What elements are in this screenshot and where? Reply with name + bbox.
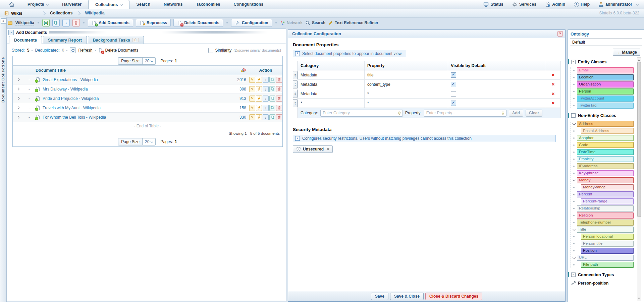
close-and-discard-button[interactable]: Close & Discard Changes: [425, 293, 482, 300]
delete-documents-link[interactable]: Delete Documents: [105, 48, 139, 53]
expand-panel-button[interactable]: »: [1, 18, 6, 24]
ontology-class-pill[interactable]: Ethnicity: [577, 156, 634, 162]
row-expander[interactable]: [13, 116, 23, 118]
ontology-class-pill[interactable]: Relationship: [577, 205, 634, 212]
drag-handle[interactable]: ▲▼: [293, 80, 298, 88]
refresh-link[interactable]: Refresh: [78, 48, 92, 53]
nav-item[interactable]: Search: [129, 0, 157, 9]
copy-icon[interactable]: [52, 19, 60, 26]
scrollbar-thumb[interactable]: [637, 62, 641, 217]
text-reference-refiner-link[interactable]: Text Reference Refiner: [328, 20, 378, 25]
nav-item[interactable]: Harvester: [55, 0, 88, 9]
ontology-class-pill[interactable]: Key-phrase: [577, 170, 634, 176]
page-size-control[interactable]: Page Size 20: [118, 57, 156, 65]
breadcrumb-root[interactable]: Wikis: [4, 11, 38, 16]
ontology-class-pill[interactable]: Organisation: [577, 81, 634, 87]
page-size-select[interactable]: 20: [143, 138, 155, 145]
collapse-chevron-icon[interactable]: »: [8, 30, 14, 35]
suggest-bulb-icon[interactable]: [397, 111, 401, 115]
ontology-class-pill[interactable]: TwitterAccount: [577, 96, 634, 102]
nav-item[interactable]: Configurations: [227, 0, 270, 9]
save-and-close-button[interactable]: Save & Close: [390, 293, 424, 300]
reprocess-icon[interactable]: [256, 77, 262, 83]
add-documents-collapse-bar[interactable]: » Add Documents: [8, 29, 284, 35]
ontology-class-pill[interactable]: Percent-range: [581, 198, 634, 204]
ontology-class-pill[interactable]: Address: [577, 121, 634, 127]
collection-name[interactable]: Wikipedia: [15, 20, 34, 25]
delete-icon[interactable]: [276, 114, 282, 120]
scroll-down-icon[interactable]: [637, 297, 640, 300]
add-button[interactable]: Add: [509, 110, 523, 117]
document-title-link[interactable]: Travels with My Aunt - Wikipedia: [36, 105, 227, 110]
services-button[interactable]: Services: [512, 2, 536, 7]
chevron-down-icon[interactable]: [572, 227, 576, 231]
delete-icon[interactable]: [276, 105, 282, 111]
ontology-class-pill[interactable]: Location: [577, 74, 634, 80]
visible-checkbox[interactable]: [451, 91, 456, 97]
user-menu[interactable]: administrator: [598, 2, 639, 7]
ontology-class-pill[interactable]: Position: [581, 248, 634, 254]
similarity-label[interactable]: Similarity: [215, 48, 232, 53]
collapse-icon[interactable]: −: [571, 60, 576, 64]
ontology-class-pill[interactable]: Person-title: [581, 241, 634, 247]
admin-button[interactable]: Admin: [545, 2, 565, 7]
remove-row-icon[interactable]: ✕: [551, 82, 555, 87]
ontology-class-pill[interactable]: Person-locational: [581, 234, 634, 240]
panel-tab[interactable]: Background Tasks 0: [88, 36, 144, 44]
add-documents-button[interactable]: +Add Documents: [88, 19, 133, 27]
visible-checkbox[interactable]: [451, 82, 456, 87]
drag-handle[interactable]: ▲▼: [293, 99, 298, 107]
drag-handle[interactable]: ▲▼: [293, 71, 298, 79]
configuration-button[interactable]: Configuration: [231, 19, 272, 27]
search-link[interactable]: Search: [305, 20, 325, 25]
security-level-button[interactable]: Unsecured: [293, 145, 333, 153]
edit-icon[interactable]: ✎: [249, 86, 255, 92]
home-icon[interactable]: [9, 2, 15, 7]
ontology-class-pill[interactable]: File-path: [581, 262, 634, 268]
delete-icon[interactable]: [276, 77, 282, 83]
reprocess-icon[interactable]: [256, 96, 262, 102]
delete-icon[interactable]: [276, 96, 282, 102]
ontology-class-pill[interactable]: Anaphor: [577, 135, 634, 141]
visible-checkbox[interactable]: [451, 101, 456, 106]
row-expander[interactable]: [13, 88, 23, 90]
download-icon[interactable]: ↓: [263, 77, 269, 83]
page-size-select[interactable]: 20: [143, 58, 155, 64]
breadcrumb-collections[interactable]: Collections: [50, 11, 72, 15]
reprocess-button[interactable]: Reprocess: [136, 19, 171, 27]
delete-documents-button[interactable]: ✕Delete Documents: [173, 19, 223, 27]
chevron-down-icon[interactable]: [572, 178, 576, 181]
download-icon[interactable]: ↓: [62, 19, 70, 26]
copy-icon[interactable]: [269, 77, 275, 83]
document-title-link[interactable]: Great Expectations - Wikipedia: [36, 77, 227, 82]
row-expander[interactable]: [13, 107, 23, 109]
chevron-down-icon[interactable]: [572, 192, 576, 195]
panel-tab[interactable]: Documents: [9, 36, 42, 44]
property-input[interactable]: [424, 110, 506, 117]
nav-item[interactable]: Projects: [21, 0, 55, 9]
trash-icon[interactable]: [72, 19, 80, 26]
edit-icon[interactable]: ✎: [249, 77, 255, 83]
save-button[interactable]: Save: [371, 293, 388, 300]
document-title-link[interactable]: Mrs Dalloway - Wikipedia: [36, 86, 227, 92]
edit-icon[interactable]: ✎: [249, 114, 255, 120]
row-expander[interactable]: [13, 78, 23, 81]
category-input[interactable]: [320, 110, 403, 117]
remove-row-icon[interactable]: ✕: [551, 92, 555, 96]
document-collections-label[interactable]: Document Collections: [1, 25, 5, 103]
delete-icon[interactable]: [276, 86, 282, 92]
ontology-class-pill[interactable]: Percent: [577, 191, 634, 197]
download-icon[interactable]: ↓: [263, 114, 269, 120]
row-expander[interactable]: [13, 97, 23, 100]
nav-item[interactable]: Collections: [88, 0, 129, 9]
suggest-bulb-icon[interactable]: [501, 111, 505, 115]
ontology-class-pill[interactable]: TwitterTag: [577, 103, 634, 109]
ontology-scrollbar[interactable]: [637, 57, 641, 301]
collapse-icon[interactable]: −: [571, 113, 576, 118]
ontology-class-pill[interactable]: Postal-Address: [581, 128, 634, 134]
scroll-up-icon[interactable]: [637, 58, 640, 62]
ontology-class-pill[interactable]: Code: [577, 142, 634, 148]
copy-icon[interactable]: [269, 86, 275, 92]
nav-item[interactable]: Taxonomies: [189, 0, 227, 9]
ontology-class-pill[interactable]: Religion: [577, 213, 634, 219]
